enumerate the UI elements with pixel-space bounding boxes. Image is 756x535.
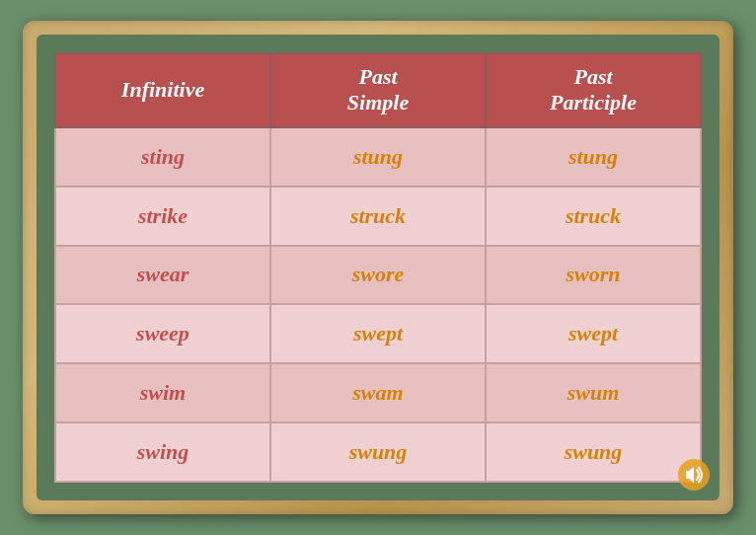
table-row: stingstungstung xyxy=(55,127,701,187)
infinitive-cell: swing xyxy=(55,422,270,482)
header-past-participle: PastParticiple xyxy=(486,53,701,127)
past-participle-cell: struck xyxy=(486,187,701,246)
infinitive-cell: swim xyxy=(55,363,270,422)
past-simple-cell: swept xyxy=(270,304,486,363)
table-row: sweepsweptswept xyxy=(55,304,701,363)
past-simple-cell: swam xyxy=(270,363,486,422)
verb-table: Infinitive PastSimple PastParticiple sti… xyxy=(54,52,702,483)
infinitive-cell: sting xyxy=(55,127,270,187)
past-simple-cell: stung xyxy=(270,127,486,187)
speaker-icon[interactable] xyxy=(678,459,710,491)
past-simple-cell: swung xyxy=(270,422,486,482)
table-row: swearsworesworn xyxy=(55,246,701,305)
board-outer: Infinitive PastSimple PastParticiple sti… xyxy=(23,21,733,514)
past-participle-cell: sworn xyxy=(486,246,701,305)
header-infinitive: Infinitive xyxy=(55,53,270,127)
past-participle-cell: swum xyxy=(486,363,701,422)
past-participle-cell: swung xyxy=(486,422,701,482)
table-row: swimswamswum xyxy=(55,363,701,422)
past-simple-cell: struck xyxy=(270,187,486,246)
infinitive-cell: sweep xyxy=(55,304,270,363)
past-participle-cell: swept xyxy=(486,304,701,363)
infinitive-cell: strike xyxy=(55,187,270,246)
infinitive-cell: swear xyxy=(55,246,270,305)
board-inner: Infinitive PastSimple PastParticiple sti… xyxy=(37,35,719,500)
table-row: strikestruckstruck xyxy=(55,187,701,246)
header-past-simple: PastSimple xyxy=(270,53,486,127)
table-row: swingswungswung xyxy=(55,422,701,482)
past-simple-cell: swore xyxy=(270,246,486,305)
past-participle-cell: stung xyxy=(486,127,701,187)
